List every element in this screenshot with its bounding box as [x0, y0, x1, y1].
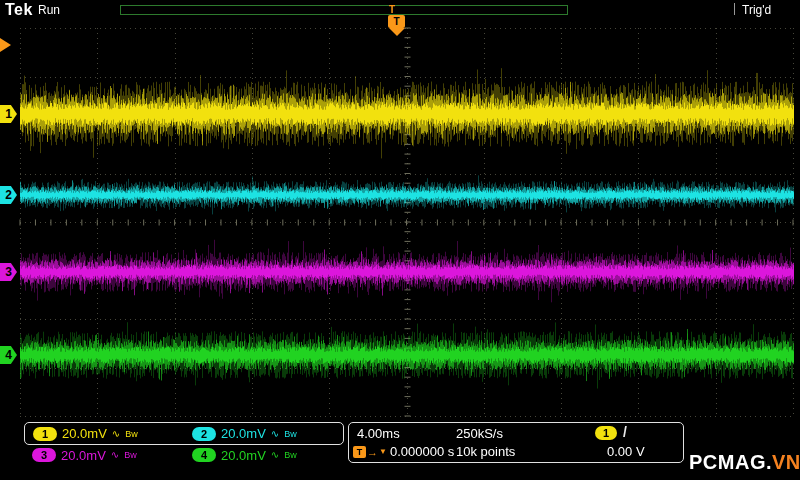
trigger-time-value: 0.000000 s — [390, 444, 454, 459]
tek-logo: Tek — [5, 1, 33, 19]
watermark-brand: PCMAG. — [689, 451, 772, 473]
down-marker-icon: ▼ — [379, 446, 387, 458]
horizontal-trigger-box: 4.00ms 250kS/s 10k points T → ▼ 0.000000… — [348, 422, 684, 463]
sample-rate: 250kS/s — [456, 426, 503, 441]
record-view-bar: T — [120, 5, 568, 15]
channel-2-scale: 20.0mV — [221, 426, 266, 441]
trigger-t-badge: T — [388, 15, 405, 28]
channel-3-badge: 3 — [32, 448, 56, 462]
trigger-slope-icon: / — [623, 424, 627, 440]
bandwidth-limit-icon: Bw — [125, 429, 138, 439]
waveform-display — [0, 0, 800, 480]
ac-coupling-icon: ∿ — [111, 450, 119, 460]
channel-4-scale: 20.0mV — [221, 448, 266, 463]
channel-4-badge: 4 — [192, 448, 216, 462]
trigger-time-readout: T → ▼ 0.000000 s — [353, 444, 454, 459]
acquisition-status: Run — [38, 3, 60, 17]
channel-readouts-row2: 3 20.0mV ∿ Bw 4 20.0mV ∿ Bw — [24, 447, 344, 463]
oscilloscope-screen: Tek Run T Trig'd T 1 2 3 4 1 20.0mV ∿ Bw… — [0, 0, 800, 480]
channel-2-readout: 2 20.0mV ∿ Bw — [184, 426, 343, 441]
ac-coupling-icon: ∿ — [271, 429, 279, 439]
channel-2-badge: 2 — [192, 427, 216, 441]
trigger-t-badge-small: T — [353, 446, 366, 458]
bandwidth-limit-icon: Bw — [284, 429, 297, 439]
channel-1-scale: 20.0mV — [62, 426, 107, 441]
watermark-tld: VN — [772, 451, 800, 473]
ac-coupling-icon: ∿ — [112, 429, 120, 439]
channel-1-badge: 1 — [33, 427, 57, 441]
bandwidth-limit-icon: Bw — [284, 450, 297, 460]
header-divider — [734, 3, 735, 15]
right-arrow-icon: → — [367, 446, 378, 458]
record-length: 10k points — [456, 444, 515, 459]
trigger-arrow-icon — [389, 28, 405, 36]
trigger-source-badge: 1 — [595, 426, 617, 440]
trigger-status: Trig'd — [742, 3, 771, 17]
channel-readouts-box: 1 20.0mV ∿ Bw 2 20.0mV ∿ Bw — [24, 422, 344, 445]
orange-edge-marker-icon — [0, 38, 11, 52]
channel-1-readout: 1 20.0mV ∿ Bw — [25, 426, 184, 441]
ac-coupling-icon: ∿ — [271, 450, 279, 460]
channel-3-scale: 20.0mV — [61, 448, 106, 463]
channel-4-readout: 4 20.0mV ∿ Bw — [184, 448, 344, 463]
bandwidth-limit-icon: Bw — [124, 450, 137, 460]
trigger-position-marker: T — [388, 15, 405, 36]
record-view-trigger-marker: T — [389, 5, 395, 15]
channel-3-readout: 3 20.0mV ∿ Bw — [24, 448, 184, 463]
horizontal-scale: 4.00ms — [357, 426, 400, 441]
trigger-level: 0.00 V — [607, 444, 645, 459]
watermark: PCMAG.VN — [689, 451, 800, 474]
